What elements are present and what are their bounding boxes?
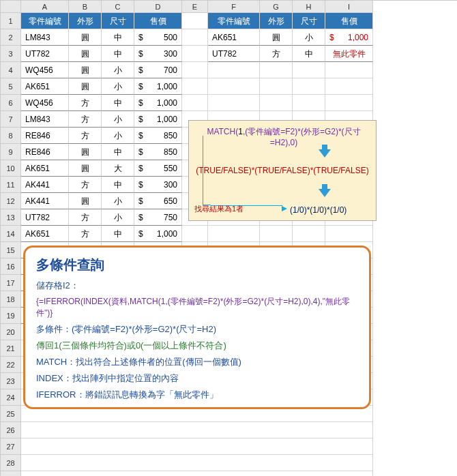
part-cell[interactable]: WQ456 xyxy=(21,62,69,78)
empty-cell[interactable] xyxy=(260,62,293,78)
empty-cell[interactable] xyxy=(182,13,208,29)
empty-cell[interactable] xyxy=(293,226,325,242)
row-header[interactable]: 16 xyxy=(1,258,21,275)
table-header[interactable]: 零件編號 xyxy=(21,13,69,29)
price-cell[interactable]: $1,000 xyxy=(134,95,182,111)
row-header[interactable]: 22 xyxy=(1,357,21,373)
row-header[interactable]: 7 xyxy=(1,111,21,128)
size-cell[interactable]: 小 xyxy=(102,209,134,226)
row-header[interactable]: 12 xyxy=(1,193,21,209)
part-cell[interactable]: AK651 xyxy=(21,160,69,177)
empty-cell[interactable] xyxy=(182,78,208,95)
empty-cell[interactable] xyxy=(208,95,260,111)
price-cell[interactable]: $1,000 xyxy=(134,226,182,242)
table-header[interactable]: 尺寸 xyxy=(102,13,134,29)
size-cell[interactable]: 小 xyxy=(102,193,134,209)
lookup-size-cell[interactable]: 小 xyxy=(293,29,325,46)
price-cell[interactable]: $1,000 xyxy=(325,29,373,46)
part-cell[interactable]: AK651 xyxy=(21,78,69,95)
row-header[interactable]: 19 xyxy=(1,308,21,324)
size-cell[interactable]: 小 xyxy=(102,78,134,95)
part-cell[interactable]: UT782 xyxy=(21,46,69,62)
row-header[interactable]: 14 xyxy=(1,226,21,242)
price-cell[interactable]: $850 xyxy=(134,128,182,144)
column-header[interactable]: E xyxy=(182,1,208,13)
empty-cell[interactable] xyxy=(325,78,373,95)
shape-cell[interactable]: 圓 xyxy=(69,144,102,160)
size-cell[interactable]: 中 xyxy=(102,226,134,242)
shape-cell[interactable]: 方 xyxy=(69,226,102,242)
column-header[interactable]: F xyxy=(208,1,260,13)
empty-cell[interactable] xyxy=(293,95,325,111)
table-header[interactable]: 外形 xyxy=(69,13,102,29)
row-header[interactable]: 15 xyxy=(1,242,21,258)
column-header[interactable]: H xyxy=(293,1,325,13)
row-header[interactable]: 24 xyxy=(1,389,21,406)
empty-row[interactable] xyxy=(21,455,373,471)
empty-cell[interactable] xyxy=(260,78,293,95)
row-header[interactable]: 25 xyxy=(1,406,21,422)
price-cell[interactable]: $650 xyxy=(134,193,182,209)
column-header[interactable]: I xyxy=(325,1,373,13)
price-cell[interactable]: $850 xyxy=(134,144,182,160)
shape-cell[interactable]: 方 xyxy=(69,128,102,144)
lookup-header[interactable]: 尺寸 xyxy=(293,13,325,29)
shape-cell[interactable]: 圓 xyxy=(69,160,102,177)
shape-cell[interactable]: 方 xyxy=(69,111,102,128)
empty-cell[interactable] xyxy=(182,62,208,78)
table-header[interactable]: 售價 xyxy=(134,13,182,29)
empty-cell[interactable] xyxy=(260,226,293,242)
shape-cell[interactable]: 方 xyxy=(69,95,102,111)
lookup-header[interactable]: 售價 xyxy=(325,13,373,29)
part-cell[interactable]: AK441 xyxy=(21,177,69,193)
row-header[interactable]: 29 xyxy=(1,471,21,476)
column-header[interactable]: B xyxy=(69,1,102,13)
size-cell[interactable]: 大 xyxy=(102,160,134,177)
part-cell[interactable]: LM843 xyxy=(21,29,69,46)
shape-cell[interactable]: 圓 xyxy=(69,46,102,62)
size-cell[interactable]: 中 xyxy=(102,95,134,111)
empty-cell[interactable] xyxy=(325,226,373,242)
part-cell[interactable]: UT782 xyxy=(21,209,69,226)
row-header[interactable]: 3 xyxy=(1,46,21,62)
row-header[interactable]: 1 xyxy=(1,13,21,29)
column-header[interactable]: G xyxy=(260,1,293,13)
part-cell[interactable]: RE846 xyxy=(21,144,69,160)
price-cell[interactable]: $500 xyxy=(134,29,182,46)
column-header[interactable]: A xyxy=(21,1,69,13)
row-header[interactable]: 20 xyxy=(1,324,21,340)
empty-row[interactable] xyxy=(21,438,373,455)
lookup-header[interactable]: 外形 xyxy=(260,13,293,29)
empty-cell[interactable] xyxy=(182,46,208,62)
lookup-size-cell[interactable]: 中 xyxy=(293,46,325,62)
size-cell[interactable]: 中 xyxy=(102,177,134,193)
lookup-part-cell[interactable]: AK651 xyxy=(208,29,260,46)
size-cell[interactable]: 中 xyxy=(102,29,134,46)
corner-cell[interactable] xyxy=(1,1,21,13)
part-cell[interactable]: AK651 xyxy=(21,226,69,242)
part-cell[interactable]: RE846 xyxy=(21,128,69,144)
empty-cell[interactable] xyxy=(293,62,325,78)
part-cell[interactable]: AK441 xyxy=(21,193,69,209)
row-header[interactable]: 23 xyxy=(1,373,21,389)
lookup-header[interactable]: 零件編號 xyxy=(208,13,260,29)
price-cell[interactable]: $550 xyxy=(134,160,182,177)
row-header[interactable]: 26 xyxy=(1,422,21,438)
row-header[interactable]: 6 xyxy=(1,95,21,111)
price-cell[interactable]: $750 xyxy=(134,209,182,226)
empty-cell[interactable] xyxy=(325,62,373,78)
part-cell[interactable]: WQ456 xyxy=(21,95,69,111)
empty-row[interactable] xyxy=(21,422,373,438)
empty-cell[interactable] xyxy=(182,95,208,111)
empty-cell[interactable] xyxy=(208,62,260,78)
column-header[interactable]: D xyxy=(134,1,182,13)
price-cell[interactable]: $700 xyxy=(134,62,182,78)
row-header[interactable]: 8 xyxy=(1,128,21,144)
part-cell[interactable]: LM843 xyxy=(21,111,69,128)
shape-cell[interactable]: 方 xyxy=(69,209,102,226)
lookup-shape-cell[interactable]: 方 xyxy=(260,46,293,62)
price-cell[interactable]: $1,000 xyxy=(134,111,182,128)
empty-cell[interactable] xyxy=(182,226,208,242)
empty-cell[interactable] xyxy=(325,95,373,111)
size-cell[interactable]: 小 xyxy=(102,111,134,128)
